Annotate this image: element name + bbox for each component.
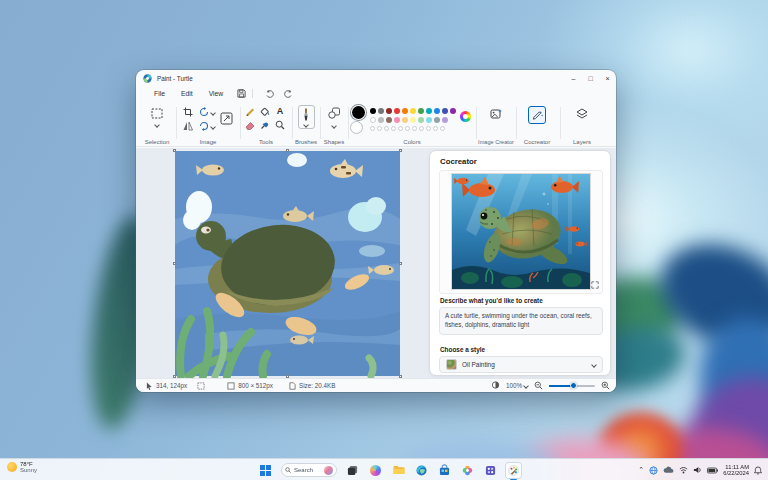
eyedropper-icon[interactable] bbox=[259, 119, 271, 131]
color-swatch[interactable] bbox=[386, 108, 392, 114]
color-swatch[interactable] bbox=[450, 108, 456, 114]
color-swatch[interactable] bbox=[402, 117, 408, 123]
selection-handle[interactable] bbox=[399, 262, 402, 265]
pencil-icon[interactable] bbox=[244, 105, 256, 117]
color-swatch[interactable] bbox=[370, 117, 376, 123]
microsoft-store-button[interactable] bbox=[437, 463, 452, 478]
color-swatch[interactable] bbox=[378, 108, 384, 114]
color-swatch[interactable] bbox=[418, 108, 424, 114]
chevron-down-icon[interactable] bbox=[210, 124, 216, 130]
task-view-button[interactable] bbox=[345, 463, 360, 478]
color-swatch[interactable] bbox=[370, 108, 376, 114]
paint-taskbar-button[interactable] bbox=[506, 463, 521, 478]
color-swatch[interactable] bbox=[386, 117, 392, 123]
selection-group[interactable]: Selection bbox=[140, 101, 174, 147]
empty-color-slot[interactable] bbox=[412, 126, 417, 131]
rotate-icon[interactable] bbox=[198, 106, 210, 118]
empty-color-slot[interactable] bbox=[398, 126, 403, 131]
color-swatch[interactable] bbox=[426, 117, 432, 123]
empty-color-slot[interactable] bbox=[377, 126, 382, 131]
empty-color-slot[interactable] bbox=[440, 126, 445, 131]
battery-icon[interactable] bbox=[707, 467, 718, 474]
chevron-down-icon[interactable] bbox=[154, 122, 160, 128]
color-well-1[interactable] bbox=[352, 106, 365, 119]
redo-icon[interactable] bbox=[283, 89, 293, 98]
crop-icon[interactable] bbox=[182, 106, 194, 118]
search-box[interactable]: Search bbox=[281, 463, 337, 477]
volume-icon[interactable] bbox=[693, 466, 702, 474]
eraser-icon[interactable] bbox=[244, 119, 256, 131]
color-swatch[interactable] bbox=[378, 117, 384, 123]
color-swatch[interactable] bbox=[394, 117, 400, 123]
color-swatch[interactable] bbox=[418, 117, 424, 123]
selection-handle[interactable] bbox=[173, 262, 176, 265]
layers-button[interactable]: Layers bbox=[562, 101, 602, 147]
selection-handle[interactable] bbox=[399, 149, 402, 152]
zoom-in-icon[interactable] bbox=[601, 381, 610, 391]
zoom-slider[interactable] bbox=[549, 385, 595, 387]
weather-widget[interactable]: 78°F Sunny bbox=[7, 461, 37, 474]
prompt-input[interactable]: A cute turtle, swimming under the ocean,… bbox=[439, 307, 603, 335]
chevron-down-icon[interactable] bbox=[303, 122, 309, 128]
color-swatch[interactable] bbox=[410, 117, 416, 123]
wifi-icon[interactable] bbox=[679, 466, 688, 474]
color-swatch[interactable] bbox=[402, 108, 408, 114]
resize-icon[interactable] bbox=[220, 112, 232, 124]
rotate-left-icon[interactable] bbox=[198, 120, 210, 132]
undo-icon[interactable] bbox=[265, 89, 275, 98]
start-button[interactable] bbox=[258, 463, 273, 478]
notifications-bell-icon[interactable] bbox=[754, 466, 762, 475]
zoom-slider-thumb[interactable] bbox=[570, 382, 577, 389]
fit-to-window-icon[interactable] bbox=[491, 381, 500, 390]
microsoft-365-button[interactable] bbox=[483, 463, 498, 478]
color-swatch[interactable] bbox=[410, 108, 416, 114]
empty-color-slot[interactable] bbox=[419, 126, 424, 131]
color-swatch[interactable] bbox=[442, 117, 448, 123]
flip-icon[interactable] bbox=[182, 120, 194, 132]
empty-color-slot[interactable] bbox=[384, 126, 389, 131]
color-swatch[interactable] bbox=[394, 108, 400, 114]
empty-color-slot[interactable] bbox=[426, 126, 431, 131]
tray-globe-icon[interactable] bbox=[649, 466, 658, 475]
color-swatch[interactable] bbox=[434, 117, 440, 123]
empty-color-slot[interactable] bbox=[433, 126, 438, 131]
color-swatch[interactable] bbox=[426, 108, 432, 114]
empty-color-slot[interactable] bbox=[370, 126, 375, 131]
edge-button[interactable] bbox=[414, 463, 429, 478]
zoom-out-icon[interactable] bbox=[534, 381, 543, 391]
photos-button[interactable] bbox=[460, 463, 475, 478]
empty-color-slot[interactable] bbox=[391, 126, 396, 131]
color-swatch[interactable] bbox=[442, 108, 448, 114]
cocreator-button[interactable]: Cocreator bbox=[518, 101, 556, 147]
drawing-canvas[interactable] bbox=[175, 151, 400, 376]
menu-file[interactable]: File bbox=[146, 90, 173, 97]
empty-color-slot[interactable] bbox=[405, 126, 410, 131]
image-creator-button[interactable]: Image Creator bbox=[478, 101, 514, 147]
color-wheel-icon[interactable] bbox=[460, 111, 471, 122]
onedrive-icon[interactable] bbox=[663, 466, 674, 474]
shapes-group[interactable]: Shapes bbox=[322, 101, 346, 147]
save-icon[interactable] bbox=[237, 89, 246, 98]
maximize-button[interactable]: □ bbox=[582, 70, 599, 86]
text-tool-icon[interactable]: A bbox=[274, 105, 286, 117]
chevron-down-icon[interactable] bbox=[210, 110, 216, 116]
title-bar[interactable]: Paint - Turtle – □ × bbox=[136, 70, 616, 86]
selection-handle[interactable] bbox=[173, 149, 176, 152]
menu-view[interactable]: View bbox=[201, 90, 232, 97]
expand-image-icon[interactable] bbox=[590, 280, 600, 290]
style-dropdown[interactable]: Oil Painting bbox=[439, 356, 603, 373]
zoom-level-dropdown[interactable]: 100% bbox=[506, 382, 528, 389]
close-button[interactable]: × bbox=[599, 70, 616, 86]
shapes-icon[interactable] bbox=[328, 107, 340, 119]
magnifier-icon[interactable] bbox=[274, 119, 286, 131]
brushes-group[interactable]: Brushes bbox=[294, 101, 318, 147]
menu-edit[interactable]: Edit bbox=[173, 90, 201, 97]
color-well-2[interactable] bbox=[350, 121, 363, 134]
copilot-button[interactable] bbox=[368, 463, 383, 478]
file-explorer-button[interactable] bbox=[391, 463, 406, 478]
fill-bucket-icon[interactable] bbox=[259, 105, 271, 117]
tray-chevron-up-icon[interactable]: ⌃ bbox=[638, 466, 644, 474]
generated-image[interactable] bbox=[451, 173, 591, 290]
clock[interactable]: 11:11 AM 6/22/2024 bbox=[723, 464, 749, 477]
selection-handle[interactable] bbox=[286, 149, 289, 152]
